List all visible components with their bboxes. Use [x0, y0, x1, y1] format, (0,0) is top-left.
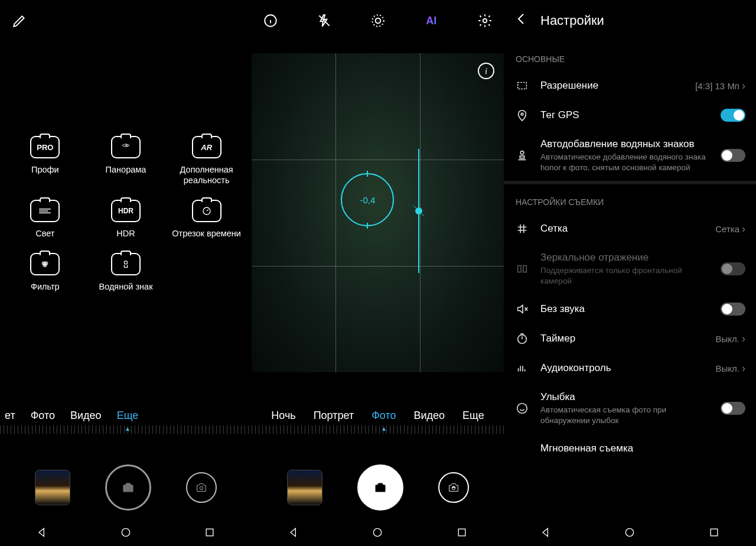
svg-point-4 — [124, 261, 127, 264]
topbar-mid: AI — [252, 0, 504, 41]
toggle-watermark[interactable] — [721, 149, 745, 162]
toggle-mute[interactable] — [721, 303, 745, 316]
home-icon[interactable] — [624, 526, 636, 538]
mode-label: Дополненная реальность — [168, 164, 245, 186]
svg-point-18 — [521, 113, 523, 115]
svg-point-12 — [483, 19, 487, 23]
gallery-thumbnail[interactable] — [287, 470, 322, 505]
mute-icon — [514, 303, 530, 316]
svg-point-13 — [378, 486, 383, 490]
tab-item[interactable]: Видео — [414, 410, 445, 422]
svg-rect-21 — [523, 266, 527, 272]
svg-point-7 — [122, 528, 129, 536]
toggle-mirror — [721, 262, 745, 275]
shutter-button[interactable] — [357, 464, 403, 511]
mode-ar[interactable]: AR Дополненная реальность — [168, 136, 245, 186]
setting-timer[interactable]: Таймер Выкл.› — [504, 324, 756, 353]
recents-icon[interactable] — [204, 526, 216, 538]
navbar — [252, 519, 504, 546]
tab-item[interactable]: ет — [5, 410, 15, 422]
setting-watermark[interactable]: Автодобавление водяных знаков Автоматиче… — [504, 130, 756, 181]
tab-item-active[interactable]: Еще — [117, 410, 139, 422]
back-icon[interactable] — [36, 526, 48, 538]
settings-panel: Настройки ОСНОВНЫЕ Разрешение [4:3] 13 М… — [504, 0, 756, 546]
mode-filter[interactable]: Фильтр — [6, 253, 83, 292]
mode-light[interactable]: Свет — [6, 200, 83, 239]
toggle-smile[interactable] — [721, 402, 745, 415]
tab-item[interactable]: Еще — [462, 410, 484, 422]
ai-icon[interactable]: AI — [418, 12, 444, 30]
mode-label: Отрезок времени — [168, 228, 245, 239]
recents-icon[interactable] — [708, 526, 720, 538]
camera-icon — [111, 136, 141, 158]
svg-rect-20 — [518, 266, 522, 272]
shutter-button[interactable] — [105, 464, 151, 511]
tab-item[interactable]: Портрет — [314, 410, 354, 422]
camera-icon — [30, 200, 60, 222]
setting-mirror: Зеркальное отражение Поддерживается толь… — [504, 243, 756, 294]
live-photo-icon[interactable] — [365, 12, 391, 30]
settings-body[interactable]: ОСНОВНЫЕ Разрешение [4:3] 13 Мп› Тег GPS… — [504, 41, 756, 522]
setting-audio[interactable]: Аудиоконтроль Выкл.› — [504, 353, 756, 383]
info-icon[interactable]: i — [478, 63, 494, 79]
setting-grid[interactable]: Сетка Сетка› — [504, 214, 756, 243]
viewfinder[interactable]: i -0,4 — [252, 53, 504, 372]
page-title: Настройки — [540, 13, 604, 28]
setting-resolution[interactable]: Разрешение [4:3] 13 Мп› — [504, 71, 756, 100]
ev-slider[interactable] — [418, 149, 419, 273]
flash-off-icon[interactable] — [311, 12, 337, 30]
mode-label: Панорама — [87, 164, 164, 175]
setting-instant[interactable]: Мгновенная съемка — [504, 434, 756, 463]
mode-grid: PRO Профи Панорама AR Дополненная реальн… — [0, 41, 252, 292]
home-icon[interactable] — [372, 526, 383, 538]
svg-point-19 — [520, 151, 524, 154]
mode-label: Водяной знак — [87, 281, 164, 292]
camera-viewfinder-panel: AI i -0,4 Ночь Портрет Фото Видео Еще — [252, 0, 504, 546]
back-icon[interactable] — [514, 12, 529, 30]
tab-item[interactable]: Видео — [70, 410, 102, 422]
setting-gps[interactable]: Тег GPS — [504, 100, 756, 130]
svg-rect-17 — [518, 83, 527, 89]
recents-icon[interactable] — [456, 526, 468, 538]
mode-timelapse[interactable]: Отрезок времени — [168, 200, 245, 239]
mode-pro[interactable]: PRO Профи — [6, 136, 83, 186]
focus-ring[interactable]: -0,4 — [341, 173, 394, 226]
edit-icon[interactable] — [11, 12, 28, 30]
mode-tabs-mid: Ночь Портрет Фото Видео Еще — [252, 410, 504, 422]
mirror-icon — [514, 262, 530, 275]
gallery-thumbnail[interactable] — [35, 470, 70, 505]
switch-camera-button[interactable] — [438, 472, 469, 503]
switch-camera-button[interactable] — [186, 472, 217, 503]
resolution-icon — [514, 79, 530, 92]
mode-label: Свет — [6, 228, 83, 239]
home-icon[interactable] — [120, 526, 132, 538]
svg-point-23 — [517, 404, 527, 414]
info-icon[interactable] — [258, 12, 284, 30]
mode-label: Профи — [6, 164, 83, 175]
svg-point-15 — [374, 528, 382, 536]
svg-point-11 — [372, 15, 384, 27]
stamp-icon — [514, 149, 530, 162]
svg-point-24 — [626, 528, 634, 536]
section-title: ОСНОВНЫЕ — [504, 41, 756, 71]
mode-tabs-left: ет Фото Видео Еще — [0, 410, 252, 422]
grid-icon — [514, 222, 530, 235]
setting-smile[interactable]: Улыбка Автоматическая съемка фото при об… — [504, 383, 756, 434]
tab-item[interactable]: Фото — [31, 410, 55, 422]
mode-watermark[interactable]: Водяной знак — [87, 253, 164, 292]
tab-item[interactable]: Ночь — [271, 410, 295, 422]
setting-mute[interactable]: Без звука — [504, 294, 756, 324]
tab-item-active[interactable]: Фото — [372, 410, 396, 422]
ev-value: -0,4 — [360, 195, 375, 205]
toggle-gps[interactable] — [721, 109, 745, 122]
topbar-left — [0, 0, 252, 41]
back-icon[interactable] — [540, 526, 552, 538]
section-title: НАСТРОЙКИ СЪЕМКИ — [504, 184, 756, 214]
mode-hdr[interactable]: HDR HDR — [87, 200, 164, 239]
audio-icon — [514, 362, 530, 375]
shutter-bar-mid — [252, 464, 504, 511]
ruler — [252, 425, 504, 434]
mode-panorama[interactable]: Панорама — [87, 136, 164, 186]
back-icon[interactable] — [288, 526, 299, 538]
gear-icon[interactable] — [472, 12, 498, 30]
